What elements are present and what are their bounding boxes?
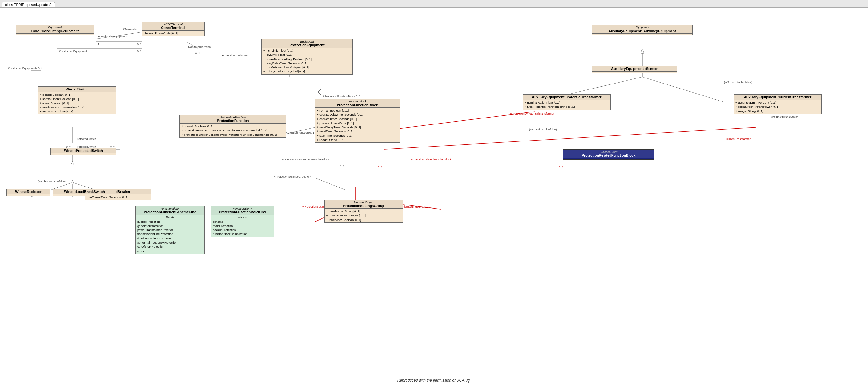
attr-4: + resetDelayTime: Seconds [0..1] [317,125,398,129]
class-name: AuxiliaryEquipment::AuxiliaryEquipment [594,29,691,33]
box-header: Wires::Switch [38,87,116,92]
attr-1: + normalOpen: Boolean [0..1] [40,97,115,101]
box-header: Wires::Recloser [7,189,50,194]
box-body: + caseName: String [0..1] + groupNumber:… [324,208,403,222]
box-body: + normal: Boolean [0..1] + operateDelayt… [315,108,400,142]
class-name: ProtectionSettingsGroup [326,204,401,208]
box-header: AuxiliaryEquipment::Sensor [592,66,677,72]
svg-line-34 [315,178,346,190]
box-header: Wires::LoadBreakSwitch [53,189,116,194]
potential-transformer-box: AuxiliaryEquipment::PotentialTransformer… [523,94,611,110]
class-name: AuxiliaryEquipment::Sensor [594,67,675,71]
class-name: Wires::Recloser [8,190,49,194]
svg-text:(isSubstitutable=false): (isSubstitutable=false) [38,180,66,183]
svg-line-45 [642,77,724,102]
svg-text:+ProtectionRelatedFunctionBloc: +ProtectionRelatedFunctionBlock [409,158,452,161]
class-name: Wires::Switch [40,87,115,91]
class-name: Core::ConductingEquipment [18,29,93,33]
box-body: literals scheme mainProtection backupPro… [211,215,274,237]
attr-4: distributionLineProtection [137,236,203,241]
attr-2: backupProtection [213,228,272,232]
stereotype-label: «enumeration» [213,207,272,210]
protection-equipment-box: Equipment ProtectionEquipment + highLimi… [261,39,352,75]
attr-7: other [137,249,203,253]
class-name: ProtectionFunctionBlock [317,103,398,107]
box-header: «enumeration» ProtectionFunctionRoleKind [211,206,274,215]
attr-0: + accuracyLimit: PerCent [0..1] [736,101,820,105]
box-header: AuxiliaryEquipment::PotentialTransformer [523,94,611,100]
class-name: ProtectionFunctionSchemeKind [137,210,203,214]
svg-text:+ConductingEquipments 0..*: +ConductingEquipments 0..* [6,67,42,70]
box-header: Wires::ProtectedSwitch [51,148,116,153]
attr-7: + usage: String [0..1] [317,138,398,142]
svg-line-0 [96,32,142,39]
wires-recloser-box: Wires::Recloser [6,189,50,196]
attr-6: outOfStepProtection [137,245,203,249]
svg-marker-41 [71,161,74,165]
attr-0: phases: PhaseCode [0..1] [144,31,203,35]
attr-0: + highLimit: Float [0..1] [263,49,351,53]
svg-text:+MonitoredTerminal: +MonitoredTerminal [186,46,211,49]
attr-4: + retained: Boolean [0..1] [40,109,115,113]
svg-text:+ProtectionSettingsGroup 0..*: +ProtectionSettingsGroup 0..* [274,175,312,178]
core-conducting-equipment-box: Equipment Core::ConductingEquipment [16,25,94,35]
svg-text:+Protection1=PotentialTransfor: +Protection1=PotentialTransformer [510,112,554,115]
attr-4: + unitMultiplier: UnitMultiplier [0..1] [263,65,351,69]
class-name: Wires::LoadBreakSwitch [55,190,114,194]
box-body [592,34,692,35]
class-name: Wires::ProtectedSwitch [52,149,115,152]
attr-1: + lowLimit: Float [0..1] [263,53,351,57]
class-name: Core::Terminal [144,26,203,30]
stereotype-label: ACDCTerminal [144,23,203,26]
stereotype-label: Equipment [263,40,351,43]
tab-bar: class EPRIProposedUpdates2 [0,0,868,7]
current-transformer-box: AuxiliaryEquipment::CurrentTransformer +… [734,94,822,114]
box-body [16,34,94,35]
stereotype-label: AutomationFunction [181,116,285,119]
svg-text:+ConductingEquipment: +ConductingEquipment [57,50,87,53]
box-body: + accuracyLimit: PerCent [0..1] + coreBu… [734,100,822,114]
attr-0: + locked: Boolean [0..1] [40,93,115,97]
svg-text:0..*: 0..* [378,166,382,169]
attr-3: + ratedCurrent: CurrentFlow [0..1] [40,105,115,109]
svg-text:+ProtectionEquipment: +ProtectionEquipment [220,54,248,57]
box-header: Equipment ProtectionEquipment [261,39,352,48]
box-header: AutomationFunction ProtectionFunction [180,115,286,123]
box-header: «enumeration» ProtectionFunctionSchemeKi… [136,206,204,215]
wires-switch-box: Wires::Switch + locked: Boolean [0..1] +… [38,86,117,114]
class-name: ProtectionEquipment [263,43,351,47]
attr-2: + operateTime: Seconds [0..1] [317,117,398,121]
box-header: IdentifiedObject ProtectionSettingsGroup [324,200,403,208]
attr-5: + unitSymbol: UnitSymbol [0..1] [263,69,351,74]
main-tab[interactable]: class EPRIProposedUpdates2 [2,2,55,7]
auxiliary-sensor-box: AuxiliaryEquipment::Sensor [592,66,677,73]
svg-text:+ProtectionFunction 0..1: +ProtectionFunction 0..1 [283,131,314,134]
attr-1: + protectionFunctionRoleType: Protection… [181,128,285,132]
core-terminal-box: ACDCTerminal Core::Terminal phases: Phas… [142,22,205,36]
wires-protected-switch-box: Wires::ProtectedSwitch [50,148,117,155]
attr-0: + normal: Boolean [0..1] [181,124,285,128]
attr-1: mainProtection [213,224,272,228]
svg-text:+ProtectedSwitch: +ProtectedSwitch [74,137,96,141]
class-name: ProtectionFunctionRoleKind [213,210,272,214]
box-body [592,72,677,73]
attr-1: + operateDelaytime: Seconds [0..1] [317,112,398,117]
box-body [51,153,116,155]
svg-marker-39 [71,180,74,184]
attr-0: + caseName: String [0..1] [326,209,401,213]
box-body: phases: PhaseCode [0..1] [142,31,204,36]
auxiliary-equipment-box: Equipment AuxiliaryEquipment::AuxiliaryE… [592,25,693,35]
attr-2: + protectionFunctionSchemeType: Protecti… [181,133,285,137]
box-header: ACDCTerminal Core::Terminal [142,22,204,31]
protection-function-role-kind-box: «enumeration» ProtectionFunctionRoleKind… [211,206,274,237]
attr-3: + relayDelayTime: Seconds [0..1] [263,61,351,65]
attr-3: functionBlockCombination [213,232,272,236]
attr-3: transmissionLineProtection [137,232,203,236]
svg-text:+OperatedByProtectionFunctionB: +OperatedByProtectionFunctionBlock [282,158,329,161]
stereotype-label: «enumeration» [137,207,203,210]
svg-line-9 [186,41,198,49]
svg-text:1: 1 [98,43,99,46]
attr-3: + phases: PhaseCode [0..1] [317,121,398,125]
attr-0: busbarProtection [137,220,203,224]
attr-0: scheme [213,220,272,224]
